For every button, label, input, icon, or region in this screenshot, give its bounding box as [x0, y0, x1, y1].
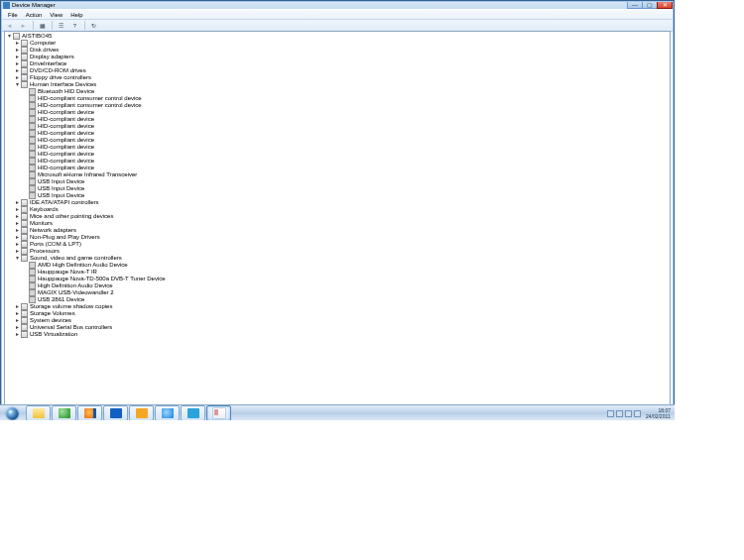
start-button[interactable] — [0, 405, 24, 421]
help-button[interactable]: ? — [68, 20, 81, 31]
close-button[interactable]: ✕ — [657, 1, 673, 9]
taskbar-pin-media-player[interactable] — [181, 405, 205, 421]
network-tray-icon[interactable] — [625, 410, 632, 417]
expand-icon[interactable]: ▸ — [14, 310, 21, 317]
tree-category[interactable]: ▸Storage volume shadow copies — [14, 303, 669, 310]
tree-device[interactable]: USB Input Device — [22, 178, 669, 185]
taskbar-pin-firefox[interactable] — [77, 405, 102, 421]
expand-icon[interactable]: ▸ — [14, 324, 21, 331]
tree-device[interactable]: USB 2861 Device — [22, 296, 669, 303]
expand-icon[interactable]: ▸ — [14, 54, 21, 60]
menu-action[interactable]: Action — [22, 12, 47, 18]
tree-device[interactable]: HID-compliant consumer control device — [22, 102, 669, 109]
device-tree-pane[interactable]: ▾AISTIBO45▸Computer▸Disk drives▸Display … — [4, 31, 671, 416]
tree-category[interactable]: ▸DVD/CD-ROM drives — [14, 67, 669, 74]
tree-category[interactable]: ▸IDE ATA/ATAPI controllers — [14, 199, 669, 206]
tree-category[interactable]: ▸DriveInterface — [14, 60, 669, 67]
maximize-button[interactable]: ▢ — [642, 1, 658, 9]
expand-icon[interactable]: ▸ — [14, 317, 21, 324]
expand-icon[interactable]: ▸ — [14, 206, 21, 213]
tree-category[interactable]: ▸USB Virtualization — [14, 331, 669, 338]
tree-category[interactable]: ▾Human Interface Devices — [14, 81, 669, 88]
minimize-button[interactable]: — — [627, 1, 643, 9]
taskbar-pin-browser-globe[interactable] — [52, 405, 76, 421]
expand-icon[interactable]: ▸ — [14, 74, 21, 81]
tree-device[interactable]: Hauppauge Nova-T IR — [22, 269, 669, 276]
tree-device[interactable]: HID-compliant consumer control device — [22, 95, 669, 102]
tree-category[interactable]: ▸Network adapters — [14, 227, 669, 234]
tree-category[interactable]: ▸Ports (COM & LPT) — [14, 241, 669, 248]
tree-category[interactable]: ▾Sound, video and game controllers — [14, 255, 669, 262]
tree-device[interactable]: High Definition Audio Device — [22, 282, 669, 289]
tree-category[interactable]: ▸Floppy drive controllers — [14, 74, 669, 81]
taskbar-pin-outlook[interactable] — [129, 405, 154, 421]
expand-icon[interactable]: ▸ — [14, 40, 21, 47]
show-hidden-button[interactable]: ▦ — [36, 20, 49, 31]
expand-icon[interactable]: ▸ — [14, 47, 21, 54]
collapse-icon[interactable]: ▾ — [14, 255, 21, 262]
tree-label: Ports (COM & LPT) — [30, 241, 81, 248]
toolbar-separator — [84, 21, 85, 30]
taskbar-pin-bluetooth[interactable] — [103, 405, 128, 421]
tree-device[interactable]: MAGIX USB-Videowandler 2 — [22, 289, 669, 296]
menu-file[interactable]: File — [4, 12, 22, 18]
volume-tray-icon[interactable] — [634, 410, 641, 417]
tree-category[interactable]: ▸Processors — [14, 248, 669, 255]
titlebar[interactable]: Device Manager — ▢ ✕ — [1, 1, 674, 9]
expand-icon[interactable]: ▸ — [14, 220, 21, 227]
tree-device[interactable]: HID-compliant device — [22, 116, 669, 123]
tree-category[interactable]: ▸Storage Volumes — [14, 310, 669, 317]
taskbar-pin-explorer[interactable] — [26, 405, 51, 421]
scan-button[interactable]: ↻ — [87, 20, 100, 31]
collapse-icon[interactable]: ▾ — [14, 81, 21, 88]
tree-root[interactable]: ▾AISTIBO45 — [6, 33, 669, 40]
expand-icon[interactable]: ▸ — [14, 60, 21, 67]
hid-dev-icon — [29, 178, 36, 185]
expand-icon[interactable]: ▸ — [14, 248, 21, 255]
properties-button[interactable]: ☰ — [55, 20, 67, 31]
show-hidden-icons-icon[interactable] — [607, 410, 614, 417]
tree-category[interactable]: ▸Non-Plug and Play Drivers — [14, 234, 669, 241]
tree-device[interactable]: USB Input Device — [22, 192, 669, 199]
expand-icon[interactable]: ▸ — [14, 331, 21, 338]
menu-help[interactable]: Help — [66, 12, 86, 18]
tree-device[interactable]: AMD High Definition Audio Device — [22, 262, 669, 269]
tree-category[interactable]: ▸Mice and other pointing devices — [14, 213, 669, 220]
taskbar-clock[interactable]: 18:07 24/02/2011 — [644, 407, 673, 419]
tree-device[interactable]: Bluetooth HID Device — [22, 88, 669, 95]
tree-device[interactable]: HID-compliant device — [22, 165, 669, 171]
tree-device[interactable]: HID-compliant device — [22, 130, 669, 137]
expand-icon[interactable]: ▸ — [14, 241, 21, 248]
action-center-icon[interactable] — [616, 410, 623, 417]
tree-device[interactable]: HID-compliant device — [22, 137, 669, 144]
menu-view[interactable]: View — [46, 12, 66, 18]
tree-device[interactable]: USB Input Device — [22, 185, 669, 192]
tree-device[interactable]: HID-compliant device — [22, 151, 669, 158]
tree-device[interactable]: HID-compliant device — [22, 158, 669, 165]
expand-icon[interactable]: ▸ — [14, 67, 21, 74]
expand-icon[interactable]: ▸ — [14, 303, 21, 310]
taskbar-pin-snipping-tool[interactable] — [206, 405, 231, 421]
expand-icon[interactable]: ▸ — [14, 213, 21, 220]
tree-device[interactable]: HID-compliant device — [22, 123, 669, 130]
tree-category[interactable]: ▸Display adapters — [14, 54, 669, 60]
back-button[interactable]: ◄ — [3, 20, 16, 31]
taskbar-pin-internet-explorer[interactable] — [155, 405, 180, 421]
tree-category[interactable]: ▸Computer — [14, 40, 669, 47]
tree-device[interactable]: Microsoft eHome Infrared Transceiver — [22, 171, 669, 178]
tree-device[interactable]: Hauppauge Nova-TD-500a DVB-T Tuner Devic… — [22, 276, 669, 282]
tree-label: Floppy drive controllers — [30, 74, 91, 81]
tree-category[interactable]: ▸Universal Serial Bus controllers — [14, 324, 669, 331]
expand-icon[interactable]: ▸ — [14, 227, 21, 234]
tree-category[interactable]: ▸System devices — [14, 317, 669, 324]
tree-category[interactable]: ▸Disk drives — [14, 47, 669, 54]
tree-category[interactable]: ▸Keyboards — [14, 206, 669, 213]
tree-device[interactable]: HID-compliant device — [22, 109, 669, 116]
tree-device[interactable]: HID-compliant device — [22, 144, 669, 151]
tree-category[interactable]: ▸Monitors — [14, 220, 669, 227]
tree-label: HID-compliant device — [38, 130, 94, 137]
expand-icon[interactable]: ▸ — [14, 199, 21, 206]
collapse-icon[interactable]: ▾ — [6, 33, 13, 40]
forward-button[interactable]: ► — [17, 20, 30, 31]
expand-icon[interactable]: ▸ — [14, 234, 21, 241]
